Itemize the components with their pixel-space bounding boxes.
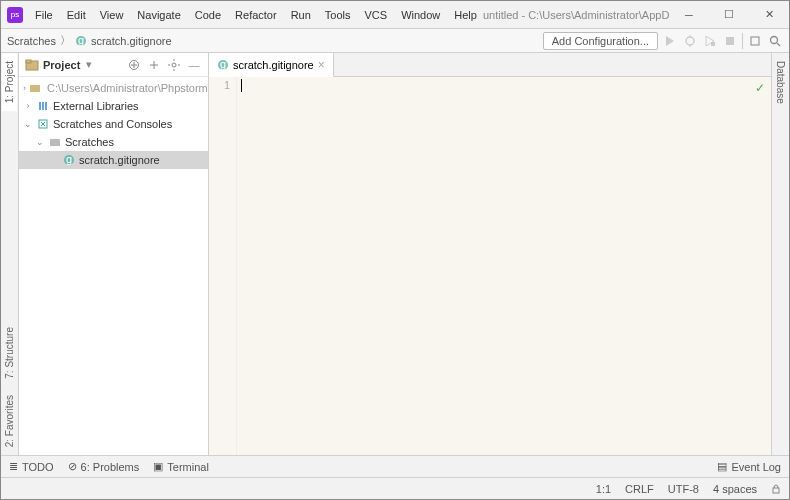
caret-position[interactable]: 1:1 [596, 483, 611, 495]
menu-view[interactable]: View [94, 6, 130, 24]
editor-tab[interactable]: g scratch.gitignore × [209, 53, 334, 77]
menu-tools[interactable]: Tools [319, 6, 357, 24]
breadcrumb-file[interactable]: scratch.gitignore [91, 35, 172, 47]
navbar: Scratches 〉 g scratch.gitignore Add Conf… [1, 29, 789, 53]
tool-database-tab[interactable]: Database [773, 53, 788, 112]
chevron-down-icon[interactable]: ▾ [86, 58, 92, 71]
indent-setting[interactable]: 4 spaces [713, 483, 757, 495]
stop-icon[interactable] [722, 33, 738, 49]
statusbar: 1:1 CRLF UTF-8 4 spaces [1, 477, 789, 499]
chevron-right-icon[interactable]: › [23, 83, 26, 93]
svg-rect-6 [726, 37, 734, 45]
right-gutter: Database [771, 53, 789, 455]
menu-help[interactable]: Help [448, 6, 483, 24]
scratch-icon [36, 117, 50, 131]
lock-icon[interactable] [771, 484, 781, 494]
line-separator[interactable]: CRLF [625, 483, 654, 495]
hide-icon[interactable]: — [186, 57, 202, 73]
update-project-icon[interactable] [747, 33, 763, 49]
run-icon[interactable] [662, 33, 678, 49]
todo-tool[interactable]: ≣ TODO [9, 460, 54, 473]
titlebar: ps File Edit View Navigate Code Refactor… [1, 1, 789, 29]
line-number-gutter: 1 [209, 77, 237, 455]
tab-label: scratch.gitignore [233, 59, 314, 71]
tool-structure-tab[interactable]: 7: Structure [2, 319, 17, 387]
svg-point-2 [686, 37, 694, 45]
bottom-toolbar: ≣ TODO ⊘ 6: Problems ▣ Terminal ▤ Event … [1, 455, 789, 477]
chevron-down-icon[interactable]: ⌄ [35, 137, 45, 147]
sidebar-title[interactable]: Project [43, 59, 80, 71]
add-configuration-button[interactable]: Add Configuration... [543, 32, 658, 50]
svg-point-8 [771, 36, 778, 43]
svg-line-9 [777, 43, 780, 46]
file-encoding[interactable]: UTF-8 [668, 483, 699, 495]
library-icon [36, 99, 50, 113]
tool-project-tab[interactable]: 1: Project [2, 53, 17, 111]
svg-rect-22 [30, 85, 40, 92]
svg-rect-11 [26, 60, 31, 63]
svg-text:g: g [220, 59, 226, 70]
editor: g scratch.gitignore × 1 ✓ [209, 53, 771, 455]
tree-scratch-file[interactable]: g scratch.gitignore [19, 151, 208, 169]
folder-icon [29, 81, 41, 95]
coverage-icon[interactable] [702, 33, 718, 49]
debug-icon[interactable] [682, 33, 698, 49]
close-button[interactable]: ✕ [749, 1, 789, 29]
svg-rect-5 [711, 42, 715, 46]
tree-scratches-consoles[interactable]: ⌄ Scratches and Consoles [19, 115, 208, 133]
folder-icon [48, 135, 62, 149]
left-gutter: 1: Project 7: Structure 2: Favorites [1, 53, 19, 455]
menu-vcs[interactable]: VCS [359, 6, 394, 24]
menu-refactor[interactable]: Refactor [229, 6, 283, 24]
todo-icon: ≣ [9, 460, 18, 473]
inspection-ok-icon[interactable]: ✓ [755, 81, 765, 95]
menu-run[interactable]: Run [285, 6, 317, 24]
gitignore-file-icon: g [62, 153, 76, 167]
line-number: 1 [209, 79, 230, 91]
menu-code[interactable]: Code [189, 6, 227, 24]
menu-navigate[interactable]: Navigate [131, 6, 186, 24]
main: 1: Project 7: Structure 2: Favorites Pro… [1, 53, 789, 455]
menubar: File Edit View Navigate Code Refactor Ru… [29, 6, 483, 24]
expand-icon[interactable] [146, 57, 162, 73]
collapse-icon[interactable] [126, 57, 142, 73]
svg-text:g: g [78, 35, 84, 46]
problems-icon: ⊘ [68, 460, 77, 473]
close-tab-icon[interactable]: × [318, 58, 325, 72]
editor-body[interactable]: 1 ✓ [209, 77, 771, 455]
app-icon: ps [7, 7, 23, 23]
maximize-button[interactable]: ☐ [709, 1, 749, 29]
event-log-icon: ▤ [717, 460, 727, 473]
breadcrumb-separator: 〉 [60, 33, 71, 48]
tree-project-root[interactable]: › untitled C:\Users\Administrator\Phpsto… [19, 79, 208, 97]
tool-favorites-tab[interactable]: 2: Favorites [2, 387, 17, 455]
editor-tabbar: g scratch.gitignore × [209, 53, 771, 77]
menu-window[interactable]: Window [395, 6, 446, 24]
code-area[interactable]: ✓ [237, 77, 771, 455]
menu-edit[interactable]: Edit [61, 6, 92, 24]
window-title: untitled - C:\Users\Administrator\AppDat… [483, 9, 669, 21]
event-log-tool[interactable]: ▤ Event Log [717, 460, 781, 473]
svg-point-17 [172, 63, 176, 67]
svg-rect-7 [751, 37, 759, 45]
svg-text:g: g [66, 154, 72, 165]
project-sidebar: Project ▾ — › untitled C:\Users\Administ… [19, 53, 209, 455]
chevron-right-icon[interactable]: › [23, 101, 33, 111]
problems-tool[interactable]: ⊘ 6: Problems [68, 460, 140, 473]
terminal-icon: ▣ [153, 460, 163, 473]
breadcrumb: Scratches 〉 g scratch.gitignore [7, 33, 537, 48]
gitignore-file-icon: g [217, 59, 229, 71]
breadcrumb-root[interactable]: Scratches [7, 35, 56, 47]
terminal-tool[interactable]: ▣ Terminal [153, 460, 209, 473]
chevron-down-icon[interactable]: ⌄ [23, 119, 33, 129]
svg-rect-27 [50, 139, 60, 146]
sidebar-header: Project ▾ — [19, 53, 208, 77]
svg-rect-24 [42, 102, 44, 110]
tree-external-libraries[interactable]: › External Libraries [19, 97, 208, 115]
gear-icon[interactable] [166, 57, 182, 73]
minimize-button[interactable]: ─ [669, 1, 709, 29]
tree-scratches-folder[interactable]: ⌄ Scratches [19, 133, 208, 151]
menu-file[interactable]: File [29, 6, 59, 24]
search-icon[interactable] [767, 33, 783, 49]
gitignore-file-icon: g [75, 35, 87, 47]
